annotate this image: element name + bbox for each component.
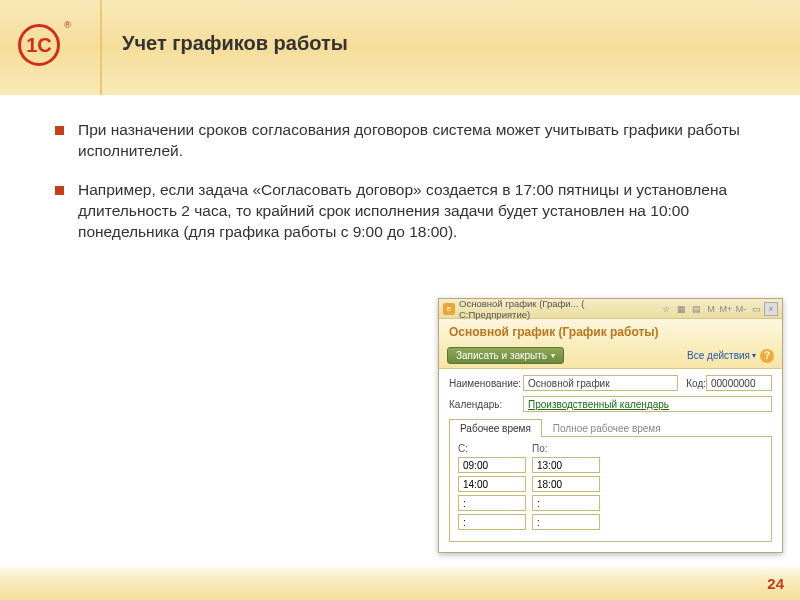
page-number: 24 [767,575,784,592]
from-input[interactable]: : [458,495,526,511]
time-header: С: По: [458,443,763,454]
tab-work-time[interactable]: Рабочее время [449,419,542,437]
window-title: Основной график (Графи... ( С:Предприяти… [459,298,658,320]
form-toolbar: Записать и закрыть ▾ Все действия ▾ ? [439,343,782,369]
to-input[interactable]: 18:00 [532,476,600,492]
time-row: : : [458,514,763,530]
m-icon[interactable]: M [704,302,718,316]
bullet-text: При назначении сроков согласования догов… [78,120,770,162]
header-divider [100,0,102,95]
name-label: Наименование: [449,378,523,389]
calendar-input[interactable]: Производственный календарь [523,396,772,412]
footer-band [0,564,800,600]
form-header: Основной график (График работы) [439,319,782,343]
all-actions-label: Все действия [687,350,750,361]
from-input[interactable]: 14:00 [458,476,526,492]
name-row: Наименование: Основной график Код: 00000… [449,375,772,391]
logo-1c-icon: 1С [18,24,60,66]
to-input[interactable]: : [532,514,600,530]
code-input[interactable]: 00000000 [706,375,772,391]
from-input[interactable]: 09:00 [458,457,526,473]
close-icon[interactable]: × [764,302,778,316]
to-header: По: [532,443,606,454]
m2-icon[interactable]: M+ [719,302,733,316]
time-row: 14:00 18:00 [458,476,763,492]
bullet-item: При назначении сроков согласования догов… [55,120,770,162]
slide-content: При назначении сроков согласования догов… [55,120,770,261]
save-close-button[interactable]: Записать и закрыть ▾ [447,347,564,364]
tab-full-time[interactable]: Полное рабочее время [542,419,672,437]
tab-content: С: По: 09:00 13:00 14:00 18:00 : : : : [449,437,772,542]
bullet-marker-icon [55,186,64,195]
to-input[interactable]: 13:00 [532,457,600,473]
favorite-icon[interactable]: ☆ [659,302,673,316]
app-window: e Основной график (Графи... ( С:Предприя… [438,298,783,553]
bullet-text: Например, если задача «Согласовать догов… [78,180,770,243]
calendar-row: Календарь: Производственный календарь [449,396,772,412]
code-label: Код: [686,378,706,389]
tab-bar: Рабочее время Полное рабочее время [449,418,772,437]
from-input[interactable]: : [458,514,526,530]
tool-icon[interactable]: ▦ [674,302,688,316]
logo-registered: ® [64,20,71,30]
header-band [0,0,800,95]
time-row: 09:00 13:00 [458,457,763,473]
help-icon[interactable]: ? [760,349,774,363]
m3-icon[interactable]: M- [734,302,748,316]
save-close-label: Записать и закрыть [456,350,547,361]
time-row: : : [458,495,763,511]
calc-icon[interactable]: ▤ [689,302,703,316]
calendar-label: Календарь: [449,399,523,410]
form-body: Наименование: Основной график Код: 00000… [439,369,782,552]
bullet-marker-icon [55,126,64,135]
app-titlebar: e Основной график (Графи... ( С:Предприя… [439,299,782,319]
slide-title: Учет графиков работы [122,32,348,55]
all-actions-link[interactable]: Все действия ▾ [687,350,756,361]
minimize-icon[interactable]: ▭ [749,302,763,316]
from-header: С: [458,443,532,454]
name-input[interactable]: Основной график [523,375,678,391]
to-input[interactable]: : [532,495,600,511]
app-icon: e [443,303,455,315]
bullet-item: Например, если задача «Согласовать догов… [55,180,770,243]
logo: ® 1С [18,18,73,73]
dropdown-icon: ▾ [752,351,756,360]
dropdown-icon: ▾ [551,351,555,360]
